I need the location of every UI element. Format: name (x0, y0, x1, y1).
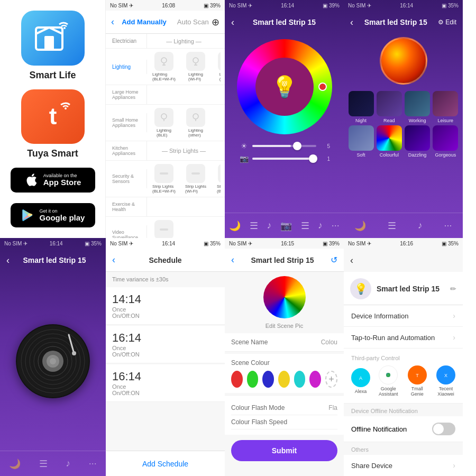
music-tab-moon[interactable]: 🌙 (9, 458, 21, 470)
color-green[interactable] (247, 371, 259, 388)
scene-colorful-img (377, 125, 402, 151)
back-button-schedule[interactable]: ‹ (112, 254, 115, 266)
svg-point-14 (161, 114, 167, 119)
menu-automation[interactable]: Tap-to-Run and Automation › (344, 327, 463, 349)
music-tab-more[interactable]: ··· (89, 458, 97, 469)
back-button-ds[interactable]: ‹ (350, 255, 353, 266)
lighting-other-icon (186, 108, 205, 127)
brightness-track[interactable] (252, 145, 316, 147)
scene-leisure[interactable]: Leisure (433, 91, 459, 123)
tab-add-manually[interactable]: Add Manually (122, 18, 167, 26)
lighting-zigbee[interactable]: Lighting(ZigBee) (214, 52, 221, 81)
cat-label-large[interactable]: Large Home Appliances (110, 85, 147, 104)
google-assistant-item[interactable]: GoogleAssistant (379, 365, 398, 397)
scene-dazzling[interactable]: Dazzling (405, 125, 431, 158)
strip-wifi[interactable]: Strip Lights(Wi-Fi) (182, 164, 209, 194)
lighting-wifi[interactable]: Lighting(Wi-Fi) (182, 52, 209, 81)
tab-camera[interactable]: 📷 (280, 220, 292, 232)
edit-button-scenes[interactable]: ⚙ Edit (438, 19, 456, 26)
scene-gorgeous-label: Gorgeous (435, 152, 456, 158)
edit-scene-pic-label[interactable]: Edit Scene Pic (225, 323, 344, 329)
scene-soft[interactable]: Soft (348, 125, 374, 158)
tab-menu2[interactable]: ☰ (301, 220, 309, 232)
device-edit-icon[interactable]: ✏ (450, 285, 456, 293)
back-button-scene-edit[interactable]: ‹ (231, 254, 234, 266)
brightness-value: 5 (319, 143, 330, 149)
cat-label-exercise[interactable]: Exercise & Health (110, 197, 147, 216)
back-button-music[interactable]: ‹ (6, 255, 10, 266)
scenes-tab-more[interactable]: ··· (444, 220, 452, 231)
color-add-button[interactable]: + (325, 371, 337, 388)
tab-music[interactable]: ♪ (267, 220, 271, 231)
add-schedule-button[interactable]: Add Schedule (142, 460, 188, 468)
back-button-scenes[interactable]: ‹ (350, 17, 353, 28)
back-button-color[interactable]: ‹ (231, 17, 234, 28)
cat-label-security[interactable]: Security & Sensors (110, 169, 147, 188)
svg-point-2 (63, 27, 66, 29)
svg-point-16 (193, 114, 198, 119)
tab-menu1[interactable]: ☰ (250, 220, 258, 232)
tab-auto-scan[interactable]: Auto Scan (177, 18, 209, 26)
color-yellow[interactable] (278, 371, 290, 388)
color-wheel-container[interactable]: 💡 (237, 39, 332, 134)
music-tab-menu[interactable]: ☰ (39, 458, 48, 470)
svg-rect-18 (160, 172, 168, 175)
scene-name-field[interactable]: Scene Name Colou (225, 333, 344, 352)
lighting-other-label: Lighting(other) (188, 128, 203, 138)
device-settings-content: 💡 Smart led Strip 15 ✏ Device Informatio… (344, 272, 463, 476)
scenes-tab-moon[interactable]: 🌙 (354, 220, 366, 232)
back-button-add[interactable]: ‹ (111, 16, 114, 28)
cat-label-small[interactable]: Small Home Appliances (110, 113, 147, 132)
lighting-other[interactable]: Lighting(other) (182, 108, 209, 138)
alexa-item[interactable]: A Alexa (351, 368, 370, 394)
music-tab-music[interactable]: ♪ (66, 458, 70, 469)
color-cyan[interactable] (294, 371, 306, 388)
lighting-ble-wifi[interactable]: Lighting(BLE+Wi-Fi) (150, 52, 178, 81)
scene-colorful[interactable]: Colourful (376, 125, 402, 158)
color-purple[interactable] (309, 371, 321, 388)
tmall-item[interactable]: T Tmall Genie (407, 365, 428, 397)
app-store-button[interactable]: Available on the App Store (11, 168, 95, 193)
color-blue[interactable] (262, 371, 274, 388)
tab-moon[interactable]: 🌙 (229, 220, 241, 232)
lighting-ble[interactable]: Lighting(BLE) (150, 108, 178, 138)
cat-label-lighting[interactable]: Lighting (110, 60, 147, 74)
refresh-button[interactable]: ↺ (331, 255, 337, 265)
strip-ble[interactable]: Strip Lights(BLE) (214, 164, 221, 194)
color-wheel-ring[interactable]: 💡 (237, 39, 332, 134)
strip-ble-wifi[interactable]: Strip Lights(BLE+Wi-Fi) (150, 164, 178, 194)
app-store-text: Available on the App Store (43, 173, 81, 187)
offline-toggle[interactable] (432, 423, 455, 435)
tab-music2[interactable]: ♪ (318, 220, 323, 231)
scene-read[interactable]: Read (376, 91, 402, 123)
color-red[interactable] (231, 371, 243, 388)
color-temp-value: 1 (319, 156, 330, 162)
cat-label-video[interactable]: Video Surveillance (110, 225, 147, 238)
scan-button[interactable]: ⊕ (212, 16, 219, 28)
color-dots: + (231, 371, 337, 388)
nav-bar-add: ‹ Add Manually Auto Scan ⊕ (106, 11, 225, 34)
menu-share-device[interactable]: Share Device › (344, 455, 463, 476)
menu-device-info[interactable]: Device Information › (344, 305, 463, 327)
color-temp-track[interactable] (252, 158, 316, 160)
color-selector-dot[interactable] (318, 83, 327, 91)
submit-button[interactable]: Submit (231, 440, 337, 461)
strip-zigbee[interactable]: Strip Lights(ZigBee) (150, 220, 178, 238)
tecent-item[interactable]: X TecentXiaowei (436, 365, 455, 397)
color-temp-thumb[interactable] (309, 154, 317, 163)
tab-more[interactable]: ··· (332, 220, 340, 231)
scene-night[interactable]: Night (348, 91, 374, 123)
schedule-item-1[interactable]: 14:14 OnceOn/Off:ON (106, 287, 225, 325)
google-play-button[interactable]: Get it on Google play (11, 203, 95, 228)
cat-label-kitchen[interactable]: Kitchen Appliances (110, 141, 147, 160)
brightness-thumb[interactable] (293, 142, 301, 150)
scenes-tab-menu[interactable]: ☰ (388, 220, 396, 232)
scenes-tab-music[interactable]: ♪ (418, 220, 423, 231)
schedule-item-2[interactable]: 16:14 OnceOn/Off:ON (106, 326, 225, 363)
schedule-title: Schedule (149, 256, 181, 264)
scene-gorgeous[interactable]: Gorgeous (433, 125, 459, 158)
schedule-item-3[interactable]: 16:14 OnceOn/Off:ON (106, 364, 225, 402)
lighting-wifi-label: Lighting(Wi-Fi) (188, 72, 203, 81)
music-title: Smart led Strip 15 (23, 256, 86, 264)
scene-working[interactable]: Working (405, 91, 431, 123)
